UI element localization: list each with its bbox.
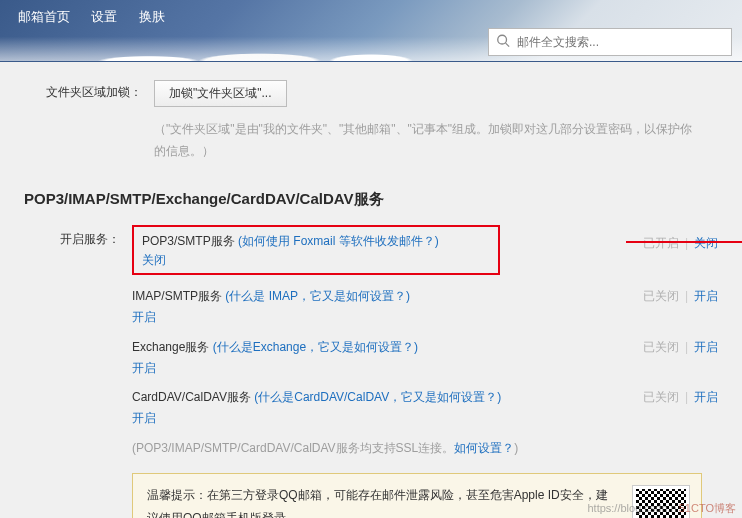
enable-services-label: 开启服务： [24,225,132,248]
app-header: 邮箱首页 设置 换肤 [0,0,742,62]
service-action-exchange[interactable]: 开启 [132,359,156,378]
service-help-imap[interactable]: (什么是 IMAP，它又是如何设置？) [225,289,410,303]
status-text-pop3: 已开启 [643,236,679,250]
watermark: https://blog.csdn.n51CTO博客 [587,501,736,516]
nav-settings[interactable]: 设置 [91,9,117,24]
ssl-tail: ) [514,441,518,455]
highlight-box-pop3: POP3/SMTP服务 (如何使用 Foxmail 等软件收发邮件？) 关闭 [132,225,500,275]
toggle-exchange[interactable]: 开启 [694,340,718,354]
svg-point-0 [498,35,507,44]
service-row-exchange: Exchange服务 (什么是Exchange，它又是如何设置？) 开启 已关闭… [132,332,718,382]
service-action-imap[interactable]: 开启 [132,308,156,327]
service-row-carddav: CardDAV/CalDAV服务 (什么是CardDAV/CalDAV，它又是如… [132,382,718,432]
service-action-carddav[interactable]: 开启 [132,409,156,428]
search-icon [496,34,510,51]
search-container [488,28,732,56]
lock-folder-button[interactable]: 加锁"文件夹区域"... [154,80,287,107]
toggle-pop3[interactable]: 关闭 [694,236,718,250]
status-pop3: 已开启|关闭 [643,235,718,252]
annotation-arrow [626,241,742,243]
status-exchange: 已关闭|开启 [643,338,718,357]
content-area: 文件夹区域加锁： 加锁"文件夹区域"... （"文件夹区域"是由"我的文件夹"、… [0,62,742,518]
status-text-imap: 已关闭 [643,289,679,303]
service-name-exchange: Exchange服务 [132,340,213,354]
service-action-pop3[interactable]: 关闭 [142,252,166,269]
warm-label: 温馨提示： [147,488,207,502]
service-name-pop3: POP3/SMTP服务 [142,234,238,248]
toggle-carddav[interactable]: 开启 [694,390,718,404]
services-section-title: POP3/IMAP/SMTP/Exchange/CardDAV/CalDAV服务 [24,190,718,209]
service-help-pop3[interactable]: (如何使用 Foxmail 等软件收发邮件？) [238,234,439,248]
services-list: POP3/SMTP服务 (如何使用 Foxmail 等软件收发邮件？) 关闭 已… [132,225,718,518]
ssl-help-link[interactable]: 如何设置？ [454,441,514,455]
status-imap: 已关闭|开启 [643,287,718,306]
toggle-imap[interactable]: 开启 [694,289,718,303]
search-input[interactable] [488,28,732,56]
service-name-carddav: CardDAV/CalDAV服务 [132,390,254,404]
watermark-brand: 51CTO博客 [679,502,736,514]
folder-lock-label: 文件夹区域加锁： [24,80,154,101]
nav-home[interactable]: 邮箱首页 [18,9,70,24]
ssl-text: (POP3/IMAP/SMTP/CardDAV/CalDAV服务均支持SSL连接… [132,441,454,455]
status-text-exchange: 已关闭 [643,340,679,354]
service-row-imap: IMAP/SMTP服务 (什么是 IMAP，它又是如何设置？) 开启 已关闭|开… [132,281,718,331]
warm-text1: 在第三方登录QQ邮箱，可能存在邮件泄露风险，甚至危害Apple ID安全，建议使… [147,488,608,518]
folder-lock-desc: （"文件夹区域"是由"我的文件夹"、"其他邮箱"、"记事本"组成。加锁即对这几部… [154,119,694,162]
service-help-carddav[interactable]: (什么是CardDAV/CalDAV，它又是如何设置？) [254,390,501,404]
status-carddav: 已关闭|开启 [643,388,718,407]
folder-lock-row: 文件夹区域加锁： 加锁"文件夹区域"... （"文件夹区域"是由"我的文件夹"、… [24,80,718,162]
watermark-url: https://blog.csdn.n [587,502,676,514]
ssl-note: (POP3/IMAP/SMTP/CardDAV/CalDAV服务均支持SSL连接… [132,432,718,459]
svg-line-1 [506,43,510,47]
status-text-carddav: 已关闭 [643,390,679,404]
service-help-exchange[interactable]: (什么是Exchange，它又是如何设置？) [213,340,418,354]
services-wrap: 开启服务： POP3/SMTP服务 (如何使用 Foxmail 等软件收发邮件？… [24,225,718,518]
nav-skin[interactable]: 换肤 [139,9,165,24]
top-nav: 邮箱首页 设置 换肤 [18,8,183,26]
service-name-imap: IMAP/SMTP服务 [132,289,225,303]
